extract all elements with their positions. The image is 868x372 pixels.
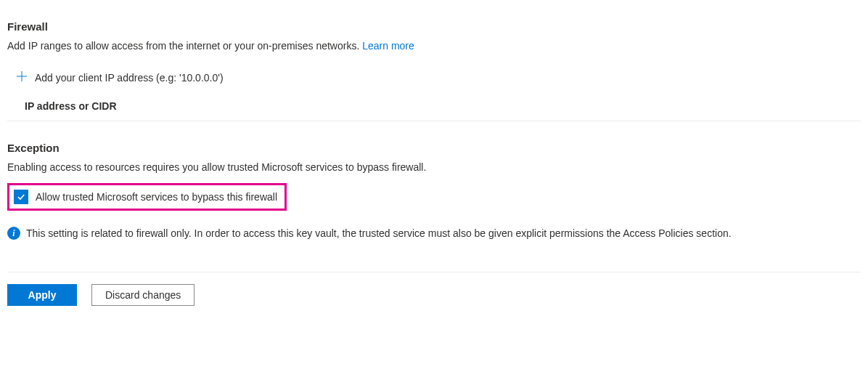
info-message: i This setting is related to firewall on… <box>7 227 861 240</box>
plus-icon <box>16 70 28 84</box>
allow-trusted-services-highlight: Allow trusted Microsoft services to bypa… <box>7 183 287 211</box>
footer-actions: Apply Discard changes <box>7 272 861 306</box>
exception-title: Exception <box>7 142 861 154</box>
allow-trusted-services-label: Allow trusted Microsoft services to bypa… <box>36 191 277 203</box>
exception-section: Exception Enabling access to resources r… <box>7 142 861 240</box>
exception-description: Enabling access to resources requires yo… <box>7 161 861 173</box>
firewall-description-text: Add IP ranges to allow access from the i… <box>7 40 362 52</box>
info-message-text: This setting is related to firewall only… <box>26 227 732 239</box>
allow-trusted-services-checkbox[interactable] <box>14 190 28 204</box>
learn-more-link[interactable]: Learn more <box>362 40 414 52</box>
discard-changes-button[interactable]: Discard changes <box>91 284 195 306</box>
checkmark-icon <box>16 192 26 202</box>
firewall-description: Add IP ranges to allow access from the i… <box>7 40 861 52</box>
info-icon: i <box>7 227 20 240</box>
apply-button[interactable]: Apply <box>7 284 77 306</box>
firewall-section: Firewall Add IP ranges to allow access f… <box>7 20 861 121</box>
add-client-ip-button[interactable]: Add your client IP address (e.g: '10.0.0… <box>7 65 232 90</box>
add-client-ip-label: Add your client IP address (e.g: '10.0.0… <box>35 72 224 84</box>
firewall-title: Firewall <box>7 20 861 33</box>
ip-address-column-header: IP address or CIDR <box>7 90 861 121</box>
